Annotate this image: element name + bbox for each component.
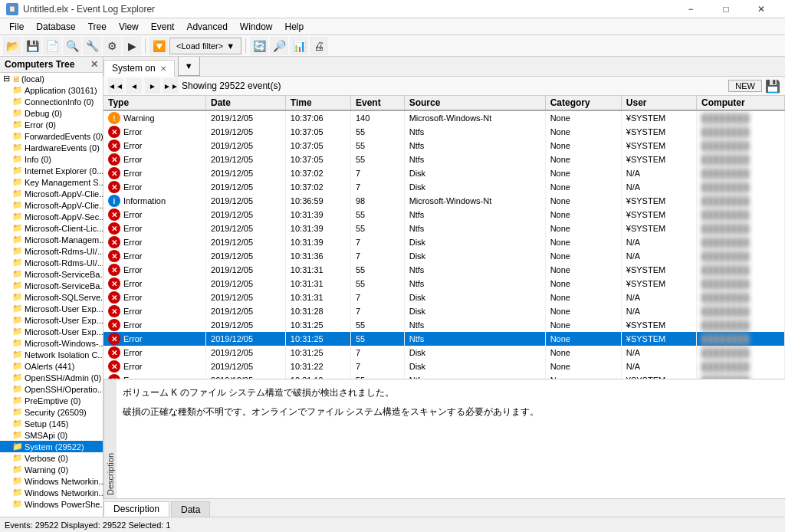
table-row[interactable]: ✕Error 2019/12/05 10:31:31 55 Ntfs None … bbox=[103, 277, 785, 291]
menu-item-file[interactable]: File bbox=[3, 18, 30, 35]
menu-item-tree[interactable]: Tree bbox=[82, 18, 113, 35]
menu-item-advanced[interactable]: Advanced bbox=[180, 18, 233, 35]
nav-prev-btn[interactable]: ◄ bbox=[126, 78, 142, 94]
menu-item-view[interactable]: View bbox=[113, 18, 145, 35]
toolbar-open-btn[interactable]: 📂 bbox=[3, 37, 21, 55]
minimize-button[interactable]: − bbox=[673, 0, 708, 18]
tree-item-mgmt[interactable]: 📁 Microsoft-Managem... bbox=[0, 234, 103, 245]
close-button[interactable]: ✕ bbox=[744, 0, 779, 18]
toolbar-export1-btn[interactable]: 📊 bbox=[290, 37, 308, 55]
table-row[interactable]: ✕Error 2019/12/05 10:37:05 55 Ntfs None … bbox=[103, 125, 785, 139]
tab-data[interactable]: Data bbox=[171, 501, 210, 517]
menu-item-database[interactable]: Database bbox=[30, 18, 81, 35]
tree-item-forwarded[interactable]: 📁 ForwardedEvents (0) bbox=[0, 130, 103, 142]
table-row[interactable]: iInformation 2019/12/05 10:36:59 98 Micr… bbox=[103, 194, 785, 208]
col-event[interactable]: Event bbox=[351, 96, 405, 110]
tree-item-warning[interactable]: 📁 Warning (0) bbox=[0, 464, 103, 475]
nav-first-btn[interactable]: ◄◄ bbox=[108, 78, 123, 94]
col-user[interactable]: User bbox=[621, 96, 696, 110]
tree-item-appv2[interactable]: 📁 Microsoft-AppV-Clie... bbox=[0, 199, 103, 211]
tree-item-smsapi[interactable]: 📁 SMSApi (0) bbox=[0, 429, 103, 441]
tree-panel-close[interactable]: ✕ bbox=[90, 59, 98, 70]
tree-item-connectioninfo[interactable]: 📁 ConnectionInfo (0) bbox=[0, 96, 103, 107]
tree-item-userexp3[interactable]: 📁 Microsoft-User Exp... bbox=[0, 326, 103, 337]
tree-item-winps[interactable]: 📁 Windows PowerShe... bbox=[0, 498, 103, 510]
nav-next-btn[interactable]: ► bbox=[145, 78, 160, 94]
col-computer[interactable]: Computer bbox=[696, 96, 784, 110]
table-row[interactable]: ✕Error 2019/12/05 10:31:31 55 Ntfs None … bbox=[103, 263, 785, 277]
toolbar-refresh-btn[interactable]: 🔄 bbox=[250, 37, 268, 55]
table-row[interactable]: ✕Error 2019/12/05 10:31:39 7 Disk None N… bbox=[103, 235, 785, 249]
table-row[interactable]: ✕Error 2019/12/05 10:31:19 55 Ntfs None … bbox=[103, 373, 785, 379]
tree-item-verbose[interactable]: 📁 Verbose (0) bbox=[0, 452, 103, 464]
tree-item-openssh-oper[interactable]: 📁 OpenSSH/Operatio... bbox=[0, 383, 103, 395]
col-source[interactable]: Source bbox=[404, 96, 545, 110]
col-type[interactable]: Type bbox=[103, 96, 206, 110]
events-table-container[interactable]: Type Date Time Event Source Category Use… bbox=[103, 96, 785, 379]
toolbar-btn4[interactable]: 🔍 bbox=[63, 37, 81, 55]
tree-item-windows[interactable]: 📁 Microsoft-Windows-... bbox=[0, 337, 103, 349]
tree-item-appv1[interactable]: 📁 Microsoft-AppV-Clie... bbox=[0, 188, 103, 199]
tree-item-info[interactable]: 📁 Info (0) bbox=[0, 153, 103, 165]
tree-item-ie[interactable]: 📁 Internet Explorer (0... bbox=[0, 165, 103, 176]
table-row[interactable]: ✕Error 2019/12/05 10:31:36 7 Disk None N… bbox=[103, 249, 785, 263]
tree-item-error[interactable]: 📁 Error (0) bbox=[0, 119, 103, 130]
tab-system[interactable]: System on ✕ bbox=[103, 60, 175, 77]
table-row[interactable]: ✕Error 2019/12/05 10:31:28 7 Disk None N… bbox=[103, 304, 785, 318]
tree-item-svcba1[interactable]: 📁 Microsoft-ServiceBa... bbox=[0, 268, 103, 280]
col-time[interactable]: Time bbox=[285, 96, 350, 110]
tree-item-clientlic[interactable]: 📁 Microsoft-Client-Lic... bbox=[0, 222, 103, 234]
tree-item-rdms1[interactable]: 📁 Microsoft-Rdms-UI/... bbox=[0, 245, 103, 257]
tree-item-openssh-admin[interactable]: 📁 OpenSSH/Admin (0) bbox=[0, 372, 103, 383]
tree-item-userexp1[interactable]: 📁 Microsoft-User Exp... bbox=[0, 303, 103, 314]
events-table-body[interactable]: !Warning 2019/12/05 10:37:06 140 Microso… bbox=[103, 110, 785, 379]
load-filter-button[interactable]: <Load filter> ▼ bbox=[169, 38, 241, 54]
table-row[interactable]: ✕Error 2019/12/05 10:31:31 7 Disk None N… bbox=[103, 291, 785, 304]
tree-item-oalerts[interactable]: 📁 OAlerts (441) bbox=[0, 360, 103, 372]
table-row[interactable]: ✕Error 2019/12/05 10:31:25 55 Ntfs None … bbox=[103, 318, 785, 332]
table-row[interactable]: ✕Error 2019/12/05 10:37:02 7 Disk None N… bbox=[103, 180, 785, 194]
toolbar-search-btn[interactable]: 🔎 bbox=[270, 37, 288, 55]
toolbar-export2-btn[interactable]: 🖨 bbox=[310, 37, 328, 55]
table-row[interactable]: ✕Error 2019/12/05 10:37:05 55 Ntfs None … bbox=[103, 139, 785, 153]
tree-item-winnet2[interactable]: 📁 Windows Networkin... bbox=[0, 487, 103, 498]
tree-item-root[interactable]: ⊟ 🖥 (local) bbox=[0, 73, 103, 84]
col-category[interactable]: Category bbox=[545, 96, 621, 110]
table-row[interactable]: ✕Error 2019/12/05 10:31:39 55 Ntfs None … bbox=[103, 208, 785, 222]
tab-description[interactable]: Description bbox=[103, 501, 169, 517]
menu-item-window[interactable]: Window bbox=[234, 18, 279, 35]
col-date[interactable]: Date bbox=[206, 96, 286, 110]
toolbar-btn6[interactable]: ⚙ bbox=[103, 37, 121, 55]
tree-item-userexp2[interactable]: 📁 Microsoft-User Exp... bbox=[0, 314, 103, 326]
tree-item-winnet1[interactable]: 📁 Windows Networkin... bbox=[0, 475, 103, 487]
toolbar-btn7[interactable]: ▶ bbox=[123, 37, 141, 55]
table-row[interactable]: ✕Error 2019/12/05 10:31:22 7 Disk None N… bbox=[103, 360, 785, 373]
tab-dropdown[interactable]: ▼ bbox=[178, 57, 200, 76]
toolbar-btn3[interactable]: 📄 bbox=[43, 37, 61, 55]
menu-item-event[interactable]: Event bbox=[145, 18, 181, 35]
tab-close-icon[interactable]: ✕ bbox=[160, 64, 166, 73]
tree-content[interactable]: ⊟ 🖥 (local) 📁 Application (30161) 📁 Conn… bbox=[0, 73, 103, 517]
tree-item-sql[interactable]: 📁 Microsoft-SQLServe... bbox=[0, 291, 103, 303]
maximize-button[interactable]: □ bbox=[708, 0, 744, 18]
tree-item-appvsec[interactable]: 📁 Microsoft-AppV-Sec... bbox=[0, 211, 103, 222]
tree-item-setup[interactable]: 📁 Setup (145) bbox=[0, 418, 103, 429]
toolbar-filter-btn[interactable]: 🔽 bbox=[149, 37, 168, 55]
tree-item-keymgmt[interactable]: 📁 Key Management S... bbox=[0, 176, 103, 188]
nav-last-btn[interactable]: ►► bbox=[163, 78, 179, 94]
table-row[interactable]: ✕Error 2019/12/05 10:37:05 55 Ntfs None … bbox=[103, 153, 785, 166]
tree-item-hardware[interactable]: 📁 HardwareEvents (0) bbox=[0, 142, 103, 153]
table-row[interactable]: !Warning 2019/12/05 10:37:06 140 Microso… bbox=[103, 110, 785, 125]
tree-item-security[interactable]: 📁 Security (26509) bbox=[0, 406, 103, 418]
tree-item-rdms2[interactable]: 📁 Microsoft-Rdms-UI/... bbox=[0, 257, 103, 268]
tree-item-svcba2[interactable]: 📁 Microsoft-ServiceBa... bbox=[0, 280, 103, 291]
toolbar-btn5[interactable]: 🔧 bbox=[83, 37, 101, 55]
table-row[interactable]: ✕Error 2019/12/05 10:31:39 55 Ntfs None … bbox=[103, 222, 785, 235]
tree-item-preemptive[interactable]: 📁 PreEmptive (0) bbox=[0, 395, 103, 406]
tree-item-application[interactable]: 📁 Application (30161) bbox=[0, 84, 103, 96]
toolbar-save-btn[interactable]: 💾 bbox=[23, 37, 41, 55]
table-row[interactable]: ✕Error 2019/12/05 10:37:02 7 Disk None N… bbox=[103, 166, 785, 180]
tree-item-system[interactable]: 📁 System (29522) bbox=[0, 441, 103, 452]
tree-item-netisolation[interactable]: 📁 Network Isolation C... bbox=[0, 349, 103, 360]
menu-item-help[interactable]: Help bbox=[279, 18, 310, 35]
